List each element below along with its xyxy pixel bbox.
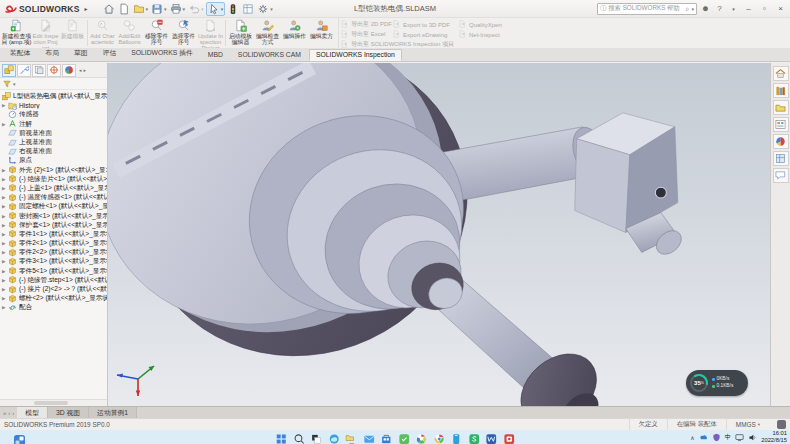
taskbar-chrome-icon[interactable] [433, 431, 445, 443]
security-shield-icon[interactable] [712, 433, 721, 442]
taskbar-app-w-icon[interactable] [485, 431, 497, 443]
cm-tab-1[interactable]: 布局 [38, 46, 66, 61]
taskpane-design-library-button[interactable] [773, 83, 789, 98]
cm-tab-6[interactable]: SOLIDWORKS CAM [231, 49, 308, 61]
bottom-tab-0[interactable]: 模型 [17, 407, 48, 418]
widgets-button[interactable] [14, 432, 25, 444]
filter-caret-icon[interactable]: ▾ [13, 81, 16, 87]
status-item-2[interactable]: MMGS▾ [726, 419, 769, 430]
cm-tab-0[interactable]: 装配体 [3, 46, 37, 61]
taskbar-store-icon[interactable] [380, 431, 392, 443]
fm-tab-fm-feat[interactable] [2, 64, 16, 77]
tree-item[interactable]: ▶配合 [0, 303, 107, 312]
balloon-select-button[interactable]: 选择零件序号 [170, 18, 197, 48]
rebuild-button[interactable] [226, 2, 240, 16]
fm-tabs-overflow-left-icon[interactable]: ◂ [79, 67, 82, 73]
bottom-tab-1[interactable]: 3D 视图 [48, 407, 89, 418]
nav-next-icon[interactable]: › [12, 410, 14, 416]
input-language-indicator[interactable]: 中 [725, 433, 732, 442]
balloon-remove-button[interactable]: 移除零件序号 [143, 18, 170, 48]
open-button[interactable]: ▾ [132, 2, 150, 16]
graphics-viewport[interactable]: 35% 0KB/s 0.1KB/s [108, 63, 770, 406]
help-icon[interactable]: ? [714, 4, 725, 13]
taskbar-search-icon[interactable] [293, 431, 305, 443]
taskbar-app-colorwheel-icon[interactable] [415, 431, 427, 443]
taskbar-app-red-icon[interactable] [503, 431, 515, 443]
fm-tabs-overflow-right-icon[interactable]: ▸ [84, 67, 87, 73]
nav-first-icon[interactable]: « [3, 410, 6, 416]
nav-prev-icon[interactable]: ‹ [8, 410, 10, 416]
close-button[interactable]: × [774, 2, 787, 15]
edit-methods-button[interactable]: 编辑检查方式 [254, 18, 281, 48]
insp-update-button[interactable]: Update Inspection Project [197, 18, 224, 48]
taskbar-start-icon[interactable] [275, 431, 287, 443]
taskpane-forum-button[interactable] [773, 168, 789, 183]
bottom-tab-2[interactable]: 运动算例1 [89, 407, 137, 418]
taskpane-file-explorer-button[interactable] [773, 100, 789, 115]
export-item[interactable]: 导出至 SOLIDWORKS Inspection 项目 [341, 40, 454, 49]
speaker-icon[interactable] [748, 433, 757, 442]
select-button[interactable]: ▾ [206, 2, 226, 16]
tree-filter[interactable]: ▾ [0, 78, 107, 90]
login-user-icon[interactable]: ☻ [700, 4, 711, 13]
3d-model-thermocouple-assembly[interactable] [108, 63, 770, 406]
export-item[interactable]: QualityXpert [459, 20, 502, 29]
onedrive-icon[interactable] [699, 433, 708, 442]
print-button[interactable]: ▾ [169, 2, 187, 16]
taskbar-task-view-icon[interactable] [310, 431, 322, 443]
taskbar-app-phone-icon[interactable] [450, 431, 462, 443]
fm-tab-fm-prop[interactable] [17, 64, 31, 77]
minimize-button[interactable]: – [742, 2, 755, 15]
taskbar-app-s-icon[interactable] [468, 431, 480, 443]
insp-new-button[interactable]: 新建检查项目 (amp.项) [1, 18, 32, 48]
tab-nav-arrows[interactable]: « ‹ › [0, 407, 17, 418]
export-item[interactable]: 导出至 2D PDF [341, 20, 392, 29]
characteristic-button[interactable]: Add Characteristic [89, 18, 116, 48]
undo-button[interactable]: ▾ [187, 2, 205, 16]
search-caret-icon[interactable]: ▾ [691, 6, 694, 12]
export-item[interactable]: Net-Inspect [459, 30, 500, 39]
edit-vendors-button[interactable]: 编辑卖方 [308, 18, 335, 48]
tray-chevron-icon[interactable]: ∧ [690, 434, 694, 441]
template-editor-button[interactable]: 启动模板编辑器 [227, 18, 254, 48]
fm-tab-fm-cfg[interactable] [32, 64, 46, 77]
solidworks-status-icon[interactable] [777, 420, 786, 429]
menu-flyout-arrow[interactable]: ▸ [85, 5, 88, 12]
taskpane-view-palette-button[interactable] [773, 117, 789, 132]
clock[interactable]: 16:01 2022/8/15 [761, 430, 787, 443]
fm-tab-fm-disp[interactable] [62, 64, 76, 77]
file-properties-button[interactable] [241, 2, 255, 16]
taskpane-appearances-button[interactable] [773, 134, 789, 149]
restore-button[interactable]: ▫ [758, 2, 771, 15]
balloons-button[interactable]: Add/Edit Balloons [116, 18, 143, 48]
search-icon[interactable]: ⌕ [686, 5, 690, 13]
insp-edit-button[interactable]: Edit Inspection Project [32, 18, 59, 48]
cm-tab-7[interactable]: SOLIDWORKS Inspection [309, 49, 402, 61]
cm-tab-3[interactable]: 评估 [96, 46, 124, 61]
export-item[interactable]: 导出至 Excel [341, 30, 385, 39]
help-caret-icon[interactable]: ▾ [728, 6, 739, 12]
monitor-cast-icon[interactable] [735, 433, 744, 442]
search-input[interactable]: ⓘ 搜索 SOLIDWORKS 帮助 ⌕ ▾ [597, 3, 697, 15]
tree-horizontal-scrollbar[interactable] [0, 399, 107, 406]
taskbar-file-explorer-icon[interactable] [345, 431, 357, 443]
hex-nut-front-face[interactable] [575, 139, 630, 233]
export-item[interactable]: Export eDrawing [393, 30, 447, 39]
options-button[interactable]: ▾ [256, 2, 274, 16]
cm-tab-5[interactable]: MBD [201, 49, 230, 61]
taskbar-app-green-icon[interactable] [398, 431, 410, 443]
taskbar-mail-icon[interactable] [363, 431, 375, 443]
taskbar-edge-icon[interactable] [328, 431, 340, 443]
home-button[interactable] [102, 2, 116, 16]
new-document-button[interactable] [117, 2, 131, 16]
export-item[interactable]: Export to 3D PDF [393, 20, 450, 29]
taskpane-custom-properties-button[interactable] [773, 151, 789, 166]
cm-tab-2[interactable]: 草图 [67, 46, 95, 61]
insp-template-button[interactable]: 新建模板 [59, 18, 86, 48]
save-button[interactable]: ▾ [150, 2, 168, 16]
system-monitor-overlay[interactable]: 35% 0KB/s 0.1KB/s [686, 370, 748, 396]
cm-tab-4[interactable]: SOLIDWORKS 插件 [124, 46, 200, 61]
taskpane-resources-home-button[interactable] [773, 66, 789, 81]
fm-tab-fm-dim[interactable] [47, 64, 61, 77]
scrollbar-thumb[interactable] [34, 401, 68, 405]
